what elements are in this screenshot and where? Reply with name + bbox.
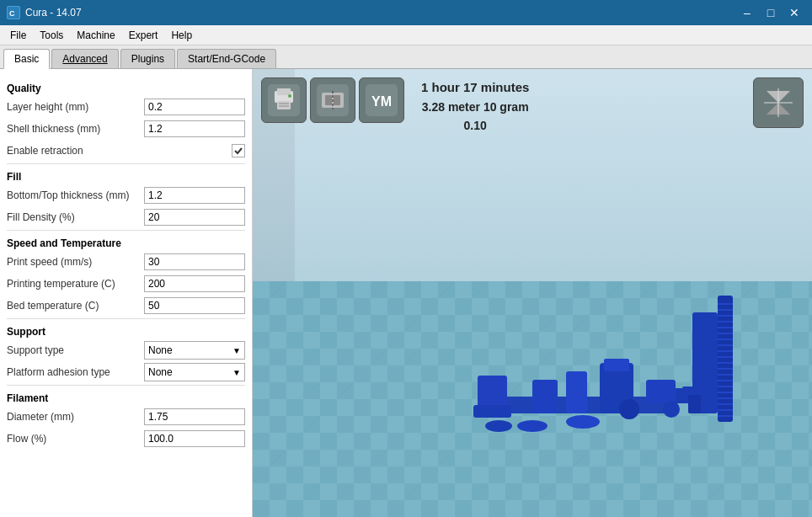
layer-height-input[interactable] [144, 99, 245, 115]
svg-rect-23 [473, 405, 511, 418]
bed-temperature-input[interactable] [144, 297, 245, 314]
printing-temperature-row: Printing temperature (C) [7, 274, 245, 293]
printing-temperature-input[interactable] [144, 275, 245, 292]
shell-thickness-row: Shell thickness (mm) [7, 120, 245, 138]
material-info: 3.28 meter 10 gram [421, 98, 529, 116]
svg-rect-29 [718, 296, 733, 422]
mirror-button[interactable] [310, 77, 355, 123]
menu-file[interactable]: File [3, 28, 33, 43]
ym-button[interactable]: YM [359, 77, 404, 123]
speed-temperature-header: Speed and Temperature [7, 237, 245, 249]
print-speed-row: Print speed (mm/s) [7, 253, 245, 271]
platform-adhesion-arrow: ▼ [232, 368, 241, 377]
bed-temperature-label: Bed temperature (C) [7, 300, 144, 312]
tab-basic[interactable]: Basic [3, 49, 50, 69]
svg-rect-27 [604, 359, 629, 371]
svg-rect-25 [566, 371, 587, 413]
platform-adhesion-select[interactable]: None ▼ [144, 363, 245, 381]
3d-model [465, 245, 802, 466]
print-time: 1 hour 17 minutes [421, 77, 529, 98]
shell-thickness-label: Shell thickness (mm) [7, 123, 144, 135]
svg-text:C: C [9, 9, 15, 18]
fill-density-input[interactable] [144, 209, 245, 226]
svg-rect-4 [277, 88, 291, 95]
enable-retraction-checkbox[interactable] [232, 144, 245, 157]
orient-button[interactable] [753, 77, 804, 128]
main-layout: Quality Layer height (mm) Shell thicknes… [0, 69, 812, 517]
support-type-row: Support type None ▼ [7, 341, 245, 360]
svg-point-52 [566, 415, 600, 429]
svg-rect-12 [334, 95, 340, 105]
print-button[interactable] [261, 77, 307, 123]
svg-point-56 [663, 401, 680, 418]
print-speed-label: Print speed (mm/s) [7, 256, 144, 268]
menu-tools[interactable]: Tools [33, 28, 70, 43]
viewport: YM 1 hour 17 minutes 3.28 meter 10 gram … [253, 69, 812, 517]
svg-rect-11 [325, 95, 332, 105]
bottom-top-thickness-input[interactable] [144, 187, 245, 204]
diameter-label: Diameter (mm) [7, 411, 144, 423]
tab-bar: Basic Advanced Plugins Start/End-GCode [0, 45, 812, 69]
bed-temperature-row: Bed temperature (C) [7, 296, 245, 315]
tab-start-end-gcode[interactable]: Start/End-GCode [177, 49, 276, 68]
svg-text:YM: YM [371, 94, 392, 109]
bottom-top-thickness-row: Bottom/Top thickness (mm) [7, 186, 245, 205]
viewport-info: 1 hour 17 minutes 3.28 meter 10 gram 0.1… [421, 77, 529, 136]
filament-header: Filament [7, 392, 245, 404]
minimize-button[interactable]: – [736, 4, 758, 21]
tab-plugins[interactable]: Plugins [120, 49, 175, 68]
menu-help[interactable]: Help [164, 28, 199, 43]
layer-height-display: 0.10 [421, 116, 529, 135]
svg-rect-24 [532, 380, 558, 413]
bottom-top-thickness-label: Bottom/Top thickness (mm) [7, 189, 144, 201]
layer-height-row: Layer height (mm) [7, 98, 245, 116]
fill-density-row: Fill Density (%) [7, 208, 245, 227]
layer-height-label: Layer height (mm) [7, 101, 144, 113]
maximize-button[interactable]: □ [760, 4, 782, 21]
printing-temperature-label: Printing temperature (C) [7, 278, 144, 290]
viewport-toolbar: YM [261, 77, 404, 123]
diameter-input[interactable] [144, 408, 245, 425]
print-speed-input[interactable] [144, 253, 245, 270]
diameter-row: Diameter (mm) [7, 408, 245, 426]
orient-icon-container [753, 77, 804, 128]
flow-input[interactable] [144, 430, 245, 447]
platform-adhesion-value: None [148, 366, 173, 378]
title-bar: C Cura - 14.07 – □ ✕ [0, 0, 812, 25]
window-title: Cura - 14.07 [25, 7, 82, 19]
svg-point-55 [619, 399, 639, 419]
support-type-label: Support type [7, 344, 144, 356]
menu-expert[interactable]: Expert [122, 28, 165, 43]
support-type-arrow: ▼ [232, 346, 241, 355]
svg-point-8 [288, 94, 291, 98]
enable-retraction-label: Enable retraction [7, 145, 232, 157]
menu-machine[interactable]: Machine [70, 28, 121, 43]
left-panel: Quality Layer height (mm) Shell thicknes… [0, 69, 253, 517]
svg-point-54 [485, 420, 512, 432]
platform-adhesion-label: Platform adhesion type [7, 366, 144, 378]
fill-header: Fill [7, 171, 245, 183]
enable-retraction-row: Enable retraction [7, 141, 245, 160]
fill-density-label: Fill Density (%) [7, 211, 144, 223]
svg-point-53 [517, 420, 548, 432]
svg-rect-51 [646, 380, 676, 403]
shell-thickness-input[interactable] [144, 120, 245, 137]
flow-label: Flow (%) [7, 433, 144, 445]
svg-rect-7 [279, 105, 289, 107]
platform-adhesion-row: Platform adhesion type None ▼ [7, 363, 245, 381]
svg-rect-58 [682, 386, 708, 395]
menu-bar: File Tools Machine Expert Help [0, 25, 812, 45]
flow-row: Flow (%) [7, 429, 245, 448]
close-button[interactable]: ✕ [783, 4, 805, 21]
svg-rect-6 [279, 103, 289, 104]
support-type-value: None [148, 344, 173, 356]
app-icon: C [7, 6, 20, 19]
support-header: Support [7, 326, 245, 338]
quality-header: Quality [7, 83, 245, 94]
tab-advanced[interactable]: Advanced [51, 49, 118, 68]
support-type-select[interactable]: None ▼ [144, 341, 245, 360]
